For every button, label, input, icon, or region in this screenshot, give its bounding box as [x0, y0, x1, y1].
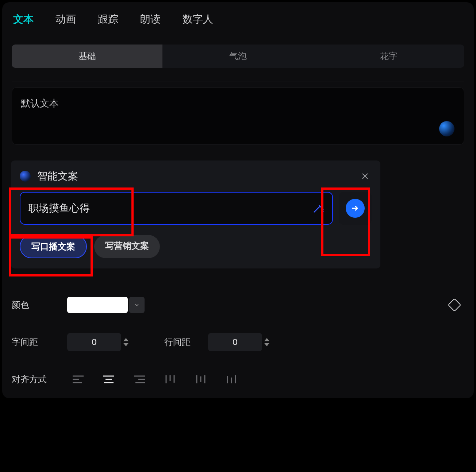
subtab-fancy[interactable]: 花字 [314, 45, 464, 68]
text-properties: 颜色 字间距 0 行间距 0 对齐方式 [12, 295, 459, 407]
smart-input-wrap [20, 192, 333, 225]
smart-input[interactable] [28, 202, 312, 214]
svg-marker-8 [264, 338, 269, 341]
align-vertical-right-icon[interactable] [220, 372, 242, 387]
align-vertical-left-icon[interactable] [159, 372, 181, 387]
label-line-spacing: 行间距 [164, 336, 208, 348]
svg-marker-9 [264, 343, 269, 346]
sub-tabs: 基础 气泡 花字 [12, 45, 464, 68]
chip-row: 写口播文案 写营销文案 [20, 235, 372, 258]
line-spacing-stepper[interactable] [264, 333, 275, 351]
tab-text[interactable]: 文本 [13, 12, 34, 26]
row-spacing: 字间距 0 行间距 0 [12, 333, 459, 352]
line-spacing-input[interactable]: 0 [208, 333, 262, 351]
magic-wand-icon[interactable] [312, 202, 324, 214]
send-button[interactable] [339, 192, 372, 225]
tab-animation[interactable]: 动画 [55, 12, 76, 26]
svg-marker-6 [123, 338, 128, 341]
smart-input-row [20, 192, 372, 225]
text-content-box[interactable]: 默认文本 [12, 87, 464, 145]
smart-title: 智能文案 [37, 169, 78, 183]
chip-broadcast-copy[interactable]: 写口播文案 [20, 235, 87, 258]
align-right-icon[interactable] [128, 372, 150, 387]
tab-read[interactable]: 朗读 [140, 12, 161, 26]
letter-spacing-stepper[interactable] [123, 333, 134, 351]
close-icon[interactable] [358, 170, 372, 183]
label-color: 颜色 [12, 299, 67, 311]
ai-orb-icon[interactable] [439, 121, 454, 136]
ai-orb-small-icon [20, 171, 31, 182]
subtab-basic[interactable]: 基础 [12, 45, 162, 68]
top-tabs: 文本 动画 跟踪 朗读 数字人 [2, 2, 474, 26]
chip-marketing-copy[interactable]: 写营销文案 [94, 235, 160, 258]
align-left-icon[interactable] [67, 372, 89, 387]
align-vertical-center-icon[interactable] [190, 372, 212, 387]
label-letter-spacing: 字间距 [12, 336, 67, 348]
label-align: 对齐方式 [12, 374, 67, 385]
divider [12, 81, 464, 81]
row-color: 颜色 [12, 295, 459, 314]
smart-copy-panel: 智能文案 写口播文案 写营 [11, 160, 380, 268]
color-dropdown[interactable] [129, 297, 145, 313]
align-buttons [67, 372, 242, 387]
keyframe-diamond-icon[interactable] [448, 298, 461, 312]
text-content-value: 默认文本 [21, 98, 59, 109]
text-panel: 文本 动画 跟踪 朗读 数字人 基础 气泡 花字 默认文本 智能文案 [2, 2, 474, 398]
subtab-bubble[interactable]: 气泡 [162, 45, 313, 68]
letter-spacing-input[interactable]: 0 [67, 333, 121, 351]
tab-avatar[interactable]: 数字人 [183, 12, 213, 26]
arrow-right-icon [346, 199, 365, 218]
color-swatch[interactable] [67, 297, 128, 313]
row-align: 对齐方式 [12, 370, 459, 389]
smart-header: 智能文案 [20, 169, 372, 183]
svg-marker-7 [123, 343, 128, 346]
tab-track[interactable]: 跟踪 [98, 12, 118, 26]
align-center-icon[interactable] [98, 372, 120, 387]
